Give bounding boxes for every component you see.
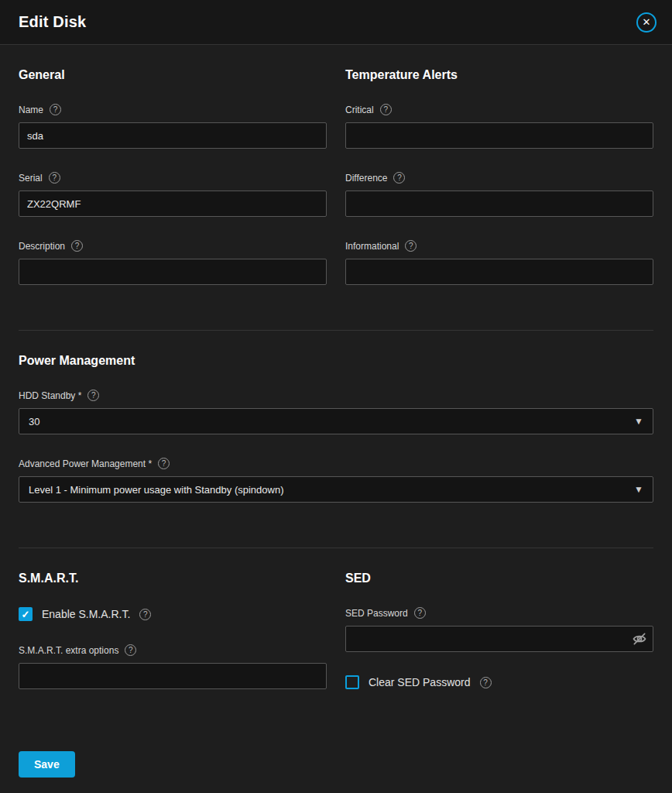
hdd-standby-selected-value: 30	[29, 416, 39, 427]
help-icon[interactable]: ?	[87, 390, 99, 401]
field-difference: Difference ?	[345, 172, 653, 217]
smart-extra-options-input[interactable]	[19, 663, 327, 689]
sed-password-input[interactable]	[345, 626, 653, 652]
clear-sed-password-row: ✓ Clear SED Password ?	[345, 675, 653, 689]
serial-input[interactable]	[19, 191, 327, 217]
enable-smart-checkbox[interactable]: ✓	[19, 607, 33, 621]
help-icon[interactable]: ?	[414, 607, 426, 619]
help-icon[interactable]: ?	[71, 240, 83, 252]
label-row: Informational ?	[345, 240, 653, 252]
dialog-body: General Name ? Serial ?	[0, 45, 672, 793]
field-sed-password: SED Password ?	[345, 607, 653, 652]
label-row: Difference ?	[345, 172, 653, 184]
field-informational: Informational ?	[345, 240, 653, 285]
chevron-down-icon: ▼	[634, 416, 643, 427]
apm-label: Advanced Power Management *	[19, 458, 152, 469]
field-name: Name ?	[19, 104, 327, 149]
label-row: Serial ?	[19, 172, 327, 184]
hdd-standby-label: HDD Standby *	[19, 390, 81, 401]
help-icon[interactable]: ?	[393, 172, 405, 184]
field-advanced-power-management: Advanced Power Management * ? Level 1 - …	[19, 458, 653, 503]
close-button[interactable]: ✕	[636, 12, 657, 33]
eye-off-icon	[632, 631, 647, 647]
check-icon: ✓	[22, 609, 30, 620]
difference-label: Difference	[345, 173, 387, 184]
field-hdd-standby: HDD Standby * ? 30 ▼	[19, 390, 653, 434]
section-title-sed: SED	[345, 572, 653, 585]
sed-password-input-wrap	[345, 626, 653, 652]
label-row: S.M.A.R.T. extra options ?	[19, 644, 327, 656]
help-icon[interactable]: ?	[49, 172, 60, 184]
hdd-standby-select[interactable]: 30 ▼	[19, 408, 653, 434]
help-icon[interactable]: ?	[139, 609, 151, 620]
field-serial: Serial ?	[19, 172, 327, 217]
critical-input[interactable]	[345, 122, 653, 149]
page-title: Edit Disk	[19, 13, 86, 31]
description-label: Description	[19, 241, 65, 252]
field-smart-extra-options: S.M.A.R.T. extra options ?	[19, 644, 327, 689]
save-button[interactable]: Save	[19, 751, 75, 778]
sed-password-label: SED Password	[345, 608, 408, 619]
close-icon: ✕	[643, 17, 651, 27]
help-icon[interactable]: ?	[405, 240, 417, 252]
advanced-power-management-select[interactable]: Level 1 - Minimum power usage with Stand…	[19, 476, 653, 503]
help-icon[interactable]: ?	[480, 677, 492, 688]
column-temperature-alerts: Temperature Alerts Critical ? Difference…	[345, 68, 653, 308]
section-general-temperature: General Name ? Serial ?	[19, 45, 653, 313]
column-sed: SED SED Password ?	[345, 572, 653, 712]
name-input[interactable]	[19, 122, 327, 149]
help-icon[interactable]: ?	[125, 644, 136, 656]
informational-input[interactable]	[345, 259, 653, 285]
chevron-down-icon: ▼	[634, 484, 643, 495]
label-row: Description ?	[19, 240, 327, 252]
label-row: SED Password ?	[345, 607, 653, 619]
section-smart-sed: S.M.A.R.T. ✓ Enable S.M.A.R.T. ? S.M.A.R…	[19, 548, 653, 717]
name-label: Name	[19, 105, 43, 115]
enable-smart-row: ✓ Enable S.M.A.R.T. ?	[19, 607, 327, 621]
column-general: General Name ? Serial ?	[19, 68, 327, 308]
enable-smart-label: Enable S.M.A.R.T.	[42, 608, 130, 620]
section-title-smart: S.M.A.R.T.	[19, 572, 327, 585]
label-row: Advanced Power Management * ?	[19, 458, 653, 469]
section-title-general: General	[19, 68, 327, 82]
label-row: Name ?	[19, 104, 327, 115]
section-power-management: Power Management HDD Standby * ? 30 ▼ Ad…	[19, 331, 653, 530]
field-description: Description ?	[19, 240, 327, 285]
help-icon[interactable]: ?	[50, 104, 61, 115]
critical-label: Critical	[345, 105, 374, 115]
field-critical: Critical ?	[345, 104, 653, 149]
difference-input[interactable]	[345, 191, 653, 217]
apm-selected-value: Level 1 - Minimum power usage with Stand…	[29, 484, 284, 496]
column-smart: S.M.A.R.T. ✓ Enable S.M.A.R.T. ? S.M.A.R…	[19, 572, 327, 712]
label-row: HDD Standby * ?	[19, 390, 653, 401]
clear-sed-password-label: Clear SED Password	[369, 676, 471, 688]
toggle-password-visibility-button[interactable]	[632, 631, 647, 647]
clear-sed-password-checkbox[interactable]: ✓	[345, 675, 359, 689]
dialog-header: Edit Disk ✕	[0, 0, 672, 45]
serial-label: Serial	[19, 173, 43, 184]
informational-label: Informational	[345, 241, 399, 252]
description-input[interactable]	[19, 259, 327, 285]
edit-disk-dialog: Edit Disk ✕ General Name ? Serial	[0, 0, 672, 793]
smart-extra-options-label: S.M.A.R.T. extra options	[19, 645, 118, 656]
label-row: Critical ?	[345, 104, 653, 115]
section-title-temperature-alerts: Temperature Alerts	[345, 68, 653, 82]
help-icon[interactable]: ?	[380, 104, 392, 115]
help-icon[interactable]: ?	[158, 458, 170, 469]
section-title-power-management: Power Management	[19, 354, 653, 368]
